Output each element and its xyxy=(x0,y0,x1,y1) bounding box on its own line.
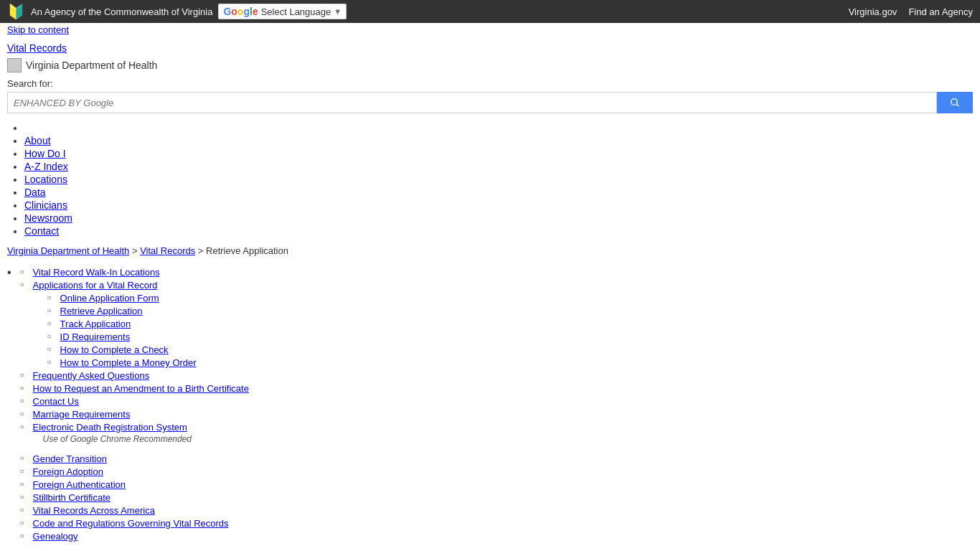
top-bar-left: 🔰 An Agency of the Commonwealth of Virgi… xyxy=(7,3,347,20)
sub-nav-walkin-content: Vital Record Walk-In Locations Applicati… xyxy=(17,265,249,543)
nav-link-gender-transition[interactable]: Gender Transition xyxy=(33,453,107,464)
sub-nav-walkin-link-item: Vital Record Walk-In Locations xyxy=(32,266,249,278)
sub-nav-applications-item: Applications for a Vital Record Online A… xyxy=(32,279,249,368)
nav-item-data: Data xyxy=(24,187,973,198)
breadcrumb-vital-records[interactable]: Vital Records xyxy=(140,245,195,256)
sub-nav-foreign-auth: Foreign Authentication xyxy=(32,479,249,490)
main-nav: About How Do I A-Z Index Locations Data … xyxy=(0,118,980,241)
nav-link-applications[interactable]: Applications for a Vital Record xyxy=(33,280,158,291)
nav-link-about[interactable]: About xyxy=(24,135,51,146)
google-logo: Google xyxy=(223,6,258,17)
search-section: Search for: xyxy=(0,78,980,118)
nav-link-genealogy[interactable]: Genealogy xyxy=(33,531,78,542)
sub-nav-stillbirth: Stillbirth Certificate xyxy=(32,491,249,503)
sub-nav: • Vital Record Walk-In Locations Applica… xyxy=(0,260,980,547)
nav-link-amendment[interactable]: How to Request an Amendment to a Birth C… xyxy=(33,383,249,394)
nav-item-contact: Contact xyxy=(24,225,973,237)
virginia-gov-link[interactable]: Virginia.gov xyxy=(849,6,897,17)
breadcrumb-sep1: > xyxy=(132,245,140,256)
search-row xyxy=(7,92,973,113)
top-bar: 🔰 An Agency of the Commonwealth of Virgi… xyxy=(0,0,980,23)
sub-nav-marriage-req: Marriage Requirements xyxy=(32,408,249,420)
nav-link-complete-check[interactable]: How to Complete a Check xyxy=(60,344,169,355)
nav-link-data[interactable]: Data xyxy=(24,187,46,198)
nav-item-about: About xyxy=(24,135,973,146)
sub-nav-contact-us: Contact Us xyxy=(32,395,249,407)
nav-link-locations[interactable]: Locations xyxy=(24,174,67,185)
nav-link-track-app[interactable]: Track Application xyxy=(60,319,131,329)
nav-link-contact[interactable]: Contact xyxy=(24,225,59,237)
nav-link-faq[interactable]: Frequently Asked Questions xyxy=(33,370,150,381)
sub-nav-code-regulations: Code and Regulations Governing Vital Rec… xyxy=(32,517,249,529)
nav-link-id-requirements[interactable]: ID Requirements xyxy=(60,331,131,342)
breadcrumb-vdh[interactable]: Virginia Department of Health xyxy=(7,245,129,256)
sub-sub-list-applications: Online Application Form Retrieve Applica… xyxy=(33,292,249,368)
sub-nav-money-order: How to Complete a Money Order xyxy=(59,357,249,368)
translate-widget[interactable]: Google Select Language ▼ xyxy=(218,4,347,19)
sub-nav-track-app: Track Application xyxy=(59,318,249,329)
vdh-logo-image xyxy=(7,58,22,72)
vdh-logo-text: Virginia Department of Health xyxy=(26,60,157,71)
nav-link-online-form[interactable]: Online Application Form xyxy=(60,293,159,303)
nav-list: About How Do I A-Z Index Locations Data … xyxy=(7,122,973,237)
vital-records-link[interactable]: Vital Records xyxy=(7,42,67,54)
sub-nav-item-walkin: • Vital Record Walk-In Locations Applica… xyxy=(7,265,973,543)
nav-item-newsroom: Newsroom xyxy=(24,212,973,224)
find-agency-link[interactable]: Find an Agency xyxy=(908,6,973,17)
search-label: Search for: xyxy=(7,78,973,89)
sub-nav-genealogy: Genealogy xyxy=(32,530,249,542)
bullet-icon: • xyxy=(7,265,11,281)
nav-link-money-order[interactable]: How to Complete a Money Order xyxy=(60,357,197,368)
sub-nav-list: • Vital Record Walk-In Locations Applica… xyxy=(7,265,973,543)
vital-records-title: Vital Records xyxy=(7,42,973,54)
nav-link-walkin-locations[interactable]: Vital Record Walk-In Locations xyxy=(33,267,160,278)
search-icon xyxy=(949,97,961,108)
sub-nav-online-form: Online Application Form xyxy=(59,292,249,303)
sub-nav-edrs: Electronic Death Registration System xyxy=(32,421,249,433)
nav-link-newsroom[interactable]: Newsroom xyxy=(24,212,72,224)
breadcrumb: Virginia Department of Health > Vital Re… xyxy=(0,241,980,260)
search-input[interactable] xyxy=(7,92,937,113)
nav-link-code-regulations[interactable]: Code and Regulations Governing Vital Rec… xyxy=(33,518,229,529)
nav-item-howdoi: How Do I xyxy=(24,148,973,159)
nav-item-azindex: A-Z Index xyxy=(24,161,973,172)
sub-nav-retrieve-app: Retrieve Application xyxy=(59,305,249,316)
nav-link-contact-us[interactable]: Contact Us xyxy=(33,396,79,407)
sub-list-extra: Gender Transition Foreign Adoption Forei… xyxy=(17,453,249,542)
nav-link-howdoi[interactable]: How Do I xyxy=(24,148,66,159)
nav-item-clinicians: Clinicians xyxy=(24,199,973,211)
skip-to-content-link[interactable]: Skip to content xyxy=(0,23,980,37)
nav-item-locations: Locations xyxy=(24,174,973,185)
breadcrumb-sep2: > xyxy=(198,245,206,256)
nav-link-azindex[interactable]: A-Z Index xyxy=(24,161,68,172)
chrome-note: Use of Google Chrome Recommended xyxy=(17,434,249,444)
nav-link-edrs[interactable]: Electronic Death Registration System xyxy=(33,422,187,433)
chevron-down-icon: ▼ xyxy=(334,7,341,16)
header: Vital Records Virginia Department of Hea… xyxy=(0,37,980,78)
nav-link-foreign-adoption[interactable]: Foreign Adoption xyxy=(33,466,103,477)
sub-nav-gender-transition: Gender Transition xyxy=(32,453,249,464)
breadcrumb-current: Retrieve Application xyxy=(206,245,288,256)
nav-link-foreign-auth[interactable]: Foreign Authentication xyxy=(33,479,126,490)
agency-seal-icon: 🔰 xyxy=(7,3,25,20)
sub-nav-faq: Frequently Asked Questions xyxy=(32,369,249,381)
top-bar-right: Virginia.gov Find an Agency xyxy=(849,6,973,17)
agency-text: An Agency of the Commonwealth of Virgini… xyxy=(31,6,212,17)
nav-link-retrieve-app[interactable]: Retrieve Application xyxy=(60,306,143,316)
vdh-logo: Virginia Department of Health xyxy=(7,58,973,72)
search-button[interactable] xyxy=(937,92,973,113)
sub-nav-vital-records-america: Vital Records Across America xyxy=(32,504,249,516)
sub-nav-complete-check: How to Complete a Check xyxy=(59,344,249,355)
sub-list-walkin: Vital Record Walk-In Locations Applicati… xyxy=(17,266,249,433)
select-language-text: Select Language xyxy=(261,6,331,17)
nav-link-vital-records-america[interactable]: Vital Records Across America xyxy=(33,505,155,516)
sub-nav-foreign-adoption: Foreign Adoption xyxy=(32,466,249,477)
sub-nav-id-requirements: ID Requirements xyxy=(59,331,249,342)
nav-link-marriage-req[interactable]: Marriage Requirements xyxy=(33,409,131,420)
nav-list-item-blank xyxy=(24,122,973,133)
sub-nav-amendment: How to Request an Amendment to a Birth C… xyxy=(32,382,249,394)
nav-link-clinicians[interactable]: Clinicians xyxy=(24,199,67,211)
nav-link-stillbirth[interactable]: Stillbirth Certificate xyxy=(33,492,110,503)
